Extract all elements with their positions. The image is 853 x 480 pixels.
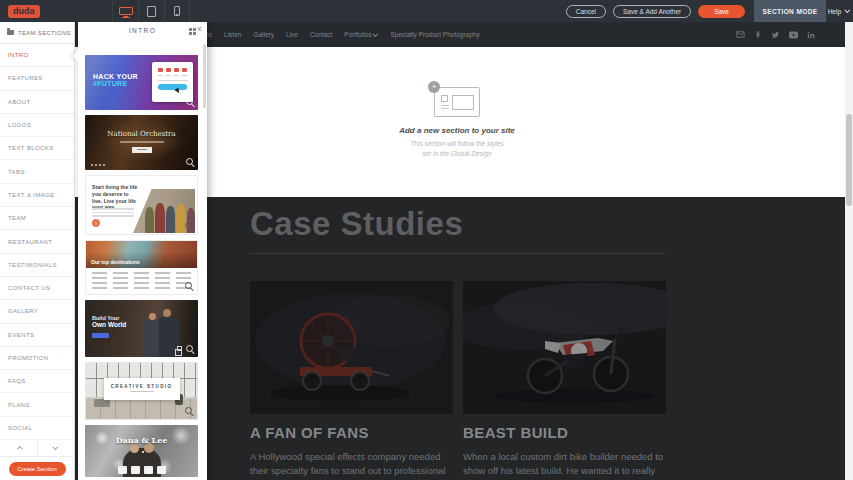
sidebar-item-restaurant[interactable]: RESTAURANT: [0, 230, 74, 253]
layout-rect: [452, 95, 474, 110]
thumbnail-start-living[interactable]: Start living the life you deserve to liv…: [85, 175, 198, 235]
decor-figure: [163, 309, 171, 317]
toolbar-actions: Cancel Save & Add Another Save: [566, 0, 745, 22]
countdown-labels: [155, 75, 190, 76]
decor-button: [92, 333, 109, 338]
dirt-bike-image: [463, 281, 666, 414]
thumb-text: Build Your Own World: [92, 315, 126, 328]
email-icon[interactable]: [736, 30, 745, 39]
help-menu[interactable]: Help: [828, 0, 850, 22]
duda-editor: duda Cancel Save & Add Another Save SECT…: [0, 0, 853, 480]
case-studies-container: Case Studies: [250, 205, 666, 480]
sidebar-item-logos[interactable]: LOGOS: [0, 114, 74, 137]
layers-icon: [177, 346, 182, 351]
sidebar-item-events[interactable]: EVENTS: [0, 324, 74, 347]
thumbnail-hack-your-future[interactable]: HACK YOUR #FUTURE: [85, 55, 198, 110]
magnifier-icon[interactable]: [185, 407, 192, 414]
create-section-button[interactable]: Create Section: [9, 462, 66, 476]
magnifier-icon[interactable]: [186, 345, 193, 352]
grid-view-icon[interactable]: [189, 28, 192, 31]
sidebar-item-gallery[interactable]: GALLERY: [0, 300, 74, 323]
chevron-up-icon: [16, 446, 22, 452]
nav-item-gallery[interactable]: Gallery: [253, 31, 274, 38]
sidebar-item-social[interactable]: SOCIAL: [0, 417, 74, 440]
save-add-another-button[interactable]: Save & Add Another: [613, 5, 691, 18]
duda-logo[interactable]: duda: [8, 5, 40, 18]
thumbnail-build-your-own-world[interactable]: Build Your Own World: [85, 300, 198, 357]
nav-item-listen[interactable]: Listen: [224, 31, 241, 38]
links-grid: [86, 268, 197, 291]
scroll-up-button[interactable]: [0, 440, 37, 456]
sidebar-item-text-blocks[interactable]: TEXT BLOCKS: [0, 137, 74, 160]
layout-square: [441, 95, 448, 102]
thumb-title-line2: #FUTURE: [93, 80, 138, 87]
youtube-icon[interactable]: [789, 31, 798, 39]
sidebar-item-promotion[interactable]: PROMOTION: [0, 347, 74, 370]
desktop-view-button[interactable]: [112, 0, 138, 22]
site-social-icons: [736, 22, 815, 47]
desktop-icon: [119, 7, 133, 15]
sidebar-item-testimonials[interactable]: TESTIMONIALS: [0, 254, 74, 277]
save-button[interactable]: Save: [698, 5, 745, 18]
add-section-subtitle: This section will follow the styles set …: [377, 139, 537, 159]
add-section-subtitle-line1: This section will follow the styles: [377, 139, 537, 149]
nav-item-partial[interactable]: io: [207, 31, 212, 38]
sidebar-item-team[interactable]: TEAM: [0, 207, 74, 230]
panel-scrollbar-thumb[interactable]: [203, 44, 206, 108]
case-card-bike[interactable]: BEAST BUILD When a local custom dirt bik…: [463, 281, 666, 480]
page-scrollbar[interactable]: [845, 22, 853, 480]
add-section-plus-button[interactable]: +: [428, 81, 440, 93]
mobile-view-button[interactable]: [164, 0, 190, 22]
tablet-view-button[interactable]: [138, 0, 164, 22]
countdown-card: [152, 62, 193, 102]
decor-line: [130, 391, 154, 392]
close-icon[interactable]: ×: [195, 24, 204, 35]
sidebar-header: TEAM SECTIONS: [0, 22, 74, 44]
twitter-icon[interactable]: [771, 31, 780, 39]
magnifier-icon[interactable]: [186, 98, 193, 105]
magnifier-icon[interactable]: [185, 222, 192, 229]
sidebar-scroll-buttons: [0, 440, 74, 457]
decor-figure: [144, 320, 160, 357]
scroll-down-button[interactable]: [37, 440, 74, 456]
case-card-fan[interactable]: A FAN OF FANS A Hollywood special effect…: [250, 281, 453, 480]
sidebar-item-about[interactable]: ABOUT: [0, 91, 74, 114]
decor-input-line: [158, 80, 188, 81]
decor-line: [120, 141, 164, 143]
nav-item-portfolios[interactable]: Portfolios: [344, 31, 378, 38]
countdown-row: [155, 68, 190, 72]
nav-item-contact[interactable]: Contact: [310, 31, 332, 38]
case-title: BEAST BUILD: [463, 424, 666, 441]
section-layout-icon: [434, 87, 480, 117]
thumbnail-national-orchestra[interactable]: National Orchestra: [85, 115, 198, 170]
sidebar-item-plans[interactable]: PLANS: [0, 393, 74, 416]
thumbnail-dana-and-lee[interactable]: Dana & Lee: [85, 425, 198, 477]
arrow-button: ›: [92, 219, 100, 227]
cancel-button[interactable]: Cancel: [566, 5, 606, 18]
chevron-down-icon: [52, 445, 58, 451]
page-scrollbar-thumb[interactable]: [846, 114, 852, 206]
chevron-down-icon: [373, 31, 379, 37]
thumbnail-top-destinations[interactable]: Our top destinations: [85, 240, 198, 295]
nav-item-live[interactable]: Live: [286, 31, 298, 38]
sidebar-item-text-image[interactable]: TEXT & IMAGE: [0, 184, 74, 207]
sidebar-item-contact-us[interactable]: CONTACT US: [0, 277, 74, 300]
magnifier-icon[interactable]: [186, 158, 193, 165]
case-text: When a local custom dirt bike builder ne…: [463, 450, 666, 480]
sidebar-item-features[interactable]: FEATURES: [0, 67, 74, 90]
section-thumbnails-list: HACK YOUR #FUTURE National Orchestra: [78, 39, 207, 480]
sidebar-item-faqs[interactable]: FAQS: [0, 370, 74, 393]
add-section-subtitle-line2: set in the Global Design: [377, 149, 537, 159]
thumbnail-creative-studio[interactable]: CREATIVE STUDIO: [85, 362, 198, 420]
panel-header: INTRO ×: [78, 22, 207, 39]
folder-icon: [7, 30, 14, 35]
sidebar-header-label: TEAM SECTIONS: [18, 30, 71, 36]
sidebar-item-tabs[interactable]: TABS: [0, 160, 74, 183]
facebook-icon[interactable]: [754, 30, 762, 39]
top-toolbar: duda Cancel Save & Add Another Save SECT…: [0, 0, 853, 22]
linkedin-icon[interactable]: [807, 31, 815, 39]
sidebar-item-intro[interactable]: INTRO: [0, 44, 74, 67]
magnifier-icon[interactable]: [185, 282, 192, 289]
nav-item-specialty[interactable]: Specialty Product Photography: [390, 31, 479, 38]
device-switcher: [112, 0, 190, 22]
